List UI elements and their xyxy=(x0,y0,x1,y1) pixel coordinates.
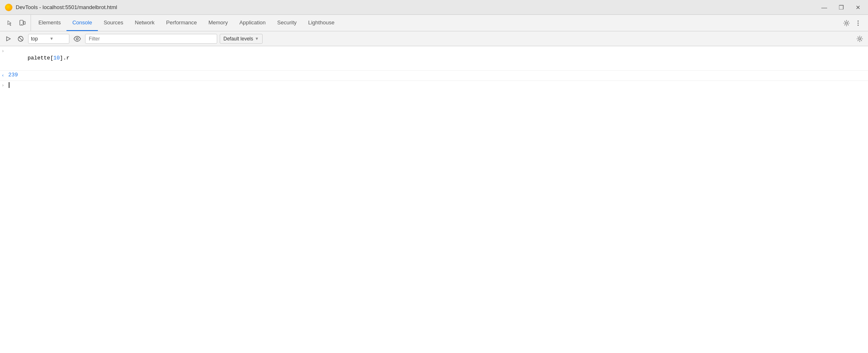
svg-point-3 xyxy=(846,22,848,24)
console-result-1: 239 xyxy=(8,71,865,79)
console-settings-button[interactable] xyxy=(855,34,865,44)
device-icon xyxy=(19,20,26,26)
inspect-element-button[interactable] xyxy=(5,18,15,28)
clear-console-button[interactable] xyxy=(3,34,13,44)
clear-messages-button[interactable] xyxy=(16,34,26,44)
console-cursor xyxy=(9,82,9,88)
console-prompt-line[interactable]: › xyxy=(0,81,868,89)
title-bar-text: DevTools - localhost:5501/mandelbrot.htm… xyxy=(16,4,819,10)
devtools-toolbar-icons xyxy=(2,15,31,31)
console-input-line-1: › palette[10].r xyxy=(0,46,868,71)
svg-line-9 xyxy=(19,37,23,40)
svg-rect-1 xyxy=(24,21,25,24)
device-toggle-button[interactable] xyxy=(17,18,27,28)
svg-point-6 xyxy=(858,24,859,26)
output-chevron-1: ‹ xyxy=(2,71,8,80)
minimize-button[interactable]: — xyxy=(819,3,830,12)
tab-console[interactable]: Console xyxy=(66,15,98,31)
levels-chevron-icon: ▼ xyxy=(255,36,259,41)
title-bar: DevTools - localhost:5501/mandelbrot.htm… xyxy=(0,0,868,15)
svg-point-4 xyxy=(858,20,859,21)
ban-icon xyxy=(17,36,24,42)
console-output-line-1: ‹ 239 xyxy=(0,71,868,81)
tab-sources[interactable]: Sources xyxy=(98,15,129,31)
settings-button[interactable] xyxy=(842,18,851,28)
chevron-down-icon: ▼ xyxy=(50,36,66,41)
tab-bar: Elements Console Sources Network Perform… xyxy=(0,15,868,31)
console-output: › palette[10].r ‹ 239 › xyxy=(0,46,868,353)
console-expression-1: palette[10].r xyxy=(8,47,865,69)
eye-icon xyxy=(74,36,81,42)
input-chevron-1: › xyxy=(2,47,8,55)
kebab-icon xyxy=(855,20,861,26)
window-controls: — ❐ ✕ xyxy=(819,3,863,12)
tab-memory[interactable]: Memory xyxy=(203,15,234,31)
tab-lighthouse[interactable]: Lighthouse xyxy=(302,15,340,31)
devtools-icon xyxy=(5,4,12,11)
close-button[interactable]: ✕ xyxy=(853,3,863,12)
svg-point-5 xyxy=(858,22,859,24)
maximize-button[interactable]: ❐ xyxy=(836,3,847,12)
svg-marker-7 xyxy=(7,37,10,41)
tab-application[interactable]: Application xyxy=(234,15,272,31)
console-toolbar: top ▼ Default levels ▼ xyxy=(0,31,868,46)
context-selector[interactable]: top ▼ xyxy=(28,34,69,44)
live-expressions-button[interactable] xyxy=(72,34,83,43)
cursor-icon xyxy=(7,20,13,26)
context-label: top xyxy=(31,36,48,42)
tab-performance[interactable]: Performance xyxy=(160,15,202,31)
tab-bar-right xyxy=(842,15,866,31)
filter-input[interactable] xyxy=(85,34,217,44)
bracket-value: 10 xyxy=(53,55,60,61)
gear-icon xyxy=(843,20,850,26)
more-options-button[interactable] xyxy=(853,18,863,28)
svg-point-10 xyxy=(76,38,78,40)
tab-network[interactable]: Network xyxy=(129,15,161,31)
play-icon xyxy=(5,36,12,42)
prompt-chevron: › xyxy=(2,83,8,88)
console-toolbar-right xyxy=(855,34,865,44)
tab-security[interactable]: Security xyxy=(271,15,302,31)
tab-elements[interactable]: Elements xyxy=(33,15,66,31)
svg-point-11 xyxy=(859,38,861,40)
levels-label: Default levels xyxy=(223,36,253,42)
gear-icon xyxy=(856,36,863,42)
default-levels-button[interactable]: Default levels ▼ xyxy=(220,34,263,44)
